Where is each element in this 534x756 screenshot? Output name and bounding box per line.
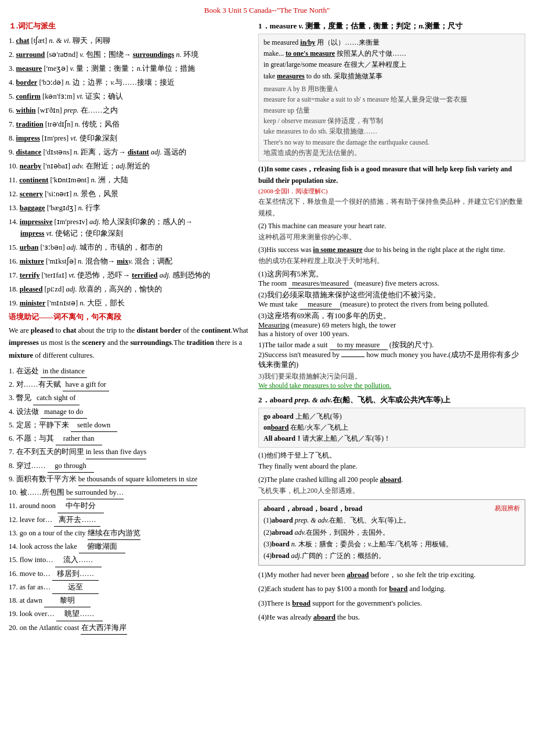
word-entry-aboard: 2．aboard prep. & adv.在(船、飞机、火车或公共汽车等)上 g… (258, 395, 525, 624)
sentence-2: (2)Each student has to pay $100 a month … (258, 582, 525, 596)
phrase-list: 1. 在远处 in the distance 2. 对……有天赋 have a … (9, 365, 252, 635)
aboard-usage-box: go aboard 上船／飞机(等) onboard 在船/火车／飞机上 All… (258, 408, 525, 448)
vocab-word: chat (16, 37, 30, 45)
vocab-item-5: 5. confirm [kən'fɜːm] vt. 证实；确认 (9, 91, 252, 102)
confusion-box: aboard，abroad，board，broad 易混辨析 (1)aboard… (258, 499, 525, 566)
word2-title: 2．aboard prep. & adv.在(船、飞机、火车或公共汽车等)上 (258, 395, 525, 405)
vocab-item-3: 3. measure ['meʒə] v. 量；测量；衡量；n.计量单位；措施 (9, 63, 252, 74)
measure-usage-box: be measured in/by 用（以）……来衡量 make... to o… (258, 34, 525, 161)
example-3: (3)His success was in some measure due t… (258, 244, 525, 267)
list-item: 4. 设法做 manage to do (9, 406, 252, 419)
sentence-3: (3)There is broad support for the govern… (258, 597, 525, 610)
vocab-item-12: 12. scenery ['siːnərɪ] n. 景色，风景 (9, 188, 252, 200)
list-item: 17. as far as… 远至 (9, 581, 252, 594)
vocab-item-14: 14. impressive [ɪm'presɪv] adj. 给人深刻印象的；… (9, 216, 252, 239)
list-item: 16. move to… 移居到…… (9, 568, 252, 581)
vocab-item-11: 11. continent ['kɒntɪmənt] n. 洲，大陆 (9, 174, 252, 186)
sentence-1: (1)My mother had never been abroad befor… (258, 568, 525, 582)
list-item: 12. leave for… 离开去…… (9, 514, 252, 527)
context-para: We are pleased to chat about the trip to… (9, 325, 252, 362)
example-2: (2) This machine can measure your heart … (258, 221, 525, 243)
aboard-ex2: (2)The plane crashed killing all 200 peo… (258, 474, 525, 496)
vocab-num: 1. (9, 37, 14, 45)
vocab-item-19: 19. minister ['mɪnɪstə] n. 大臣，部长 (9, 297, 252, 309)
word-entry-measure: 1．measure v. 测量，度量；估量，衡量；判定；n.测量；尺寸 be m… (258, 21, 525, 390)
list-item: 20. on the Atlantic coast 在大西洋海岸 (9, 622, 252, 635)
vocab-item-13: 13. baggage ['bægɪdʒ] n. 行李 (9, 202, 252, 214)
vocab-list: 1. chat [tʃæt] n. & vi. 聊天，闲聊 2. surroun… (9, 35, 252, 309)
vocab-item-6: 6. within [wɪ'ðɪn] prep. 在……之内 (9, 105, 252, 116)
list-item: 6. 不愿；与其 rather than (9, 433, 252, 445)
vocab-item-7: 7. tradition [trə'dɪʃn] n. 传统；风俗 (9, 118, 252, 130)
vocab-item-2: 2. surround [sə'raʊnd] v. 包围；围绕→ surroun… (9, 49, 252, 60)
list-item: 18. at dawn 黎明 (9, 595, 252, 607)
vocab-item-1: 1. chat [tʃæt] n. & vi. 聊天，闲聊 (9, 35, 252, 46)
list-item: 3. 瞥见 catch sight of (9, 392, 252, 405)
list-item: 13. go on a tour of the city 继续在市内游览 (9, 527, 252, 540)
list-item: 2. 对……有天赋 have a gift for (9, 379, 252, 391)
sentence-4: (4)He was already aboard the bus. (258, 611, 525, 624)
list-item: 5. 定居；平静下来 settle down (9, 419, 252, 432)
left-column: １.词汇与派生 1. chat [tʃæt] n. & vi. 聊天，闲聊 2.… (9, 21, 252, 635)
list-item: 11. around noon 中午时分 (9, 500, 252, 513)
aboard-ex1: (1)他们终于登上了飞机。 They finally went aboard t… (258, 450, 525, 472)
word1-title: 1．measure v. 测量，度量；估量，衡量；判定；n.测量；尺寸 (258, 21, 525, 31)
example-1: (1)In some cases，releasing fish is a goo… (258, 164, 525, 218)
list-item: 8. 穿过…… go through (9, 460, 252, 473)
vocab-item-17: 17. terrify ['terɪfaɪ] vt. 使恐怖，恐吓→ terri… (9, 269, 252, 281)
vocab-item-18: 18. pleased [piːzd] adj. 欣喜的，高兴的，愉快的 (9, 283, 252, 295)
vocab-item-15: 15. urban ['ɜːbən] adj. 城市的，市镇的，都市的 (9, 242, 252, 253)
list-item: 10. 被……所包围 be surrounded by… (9, 487, 252, 499)
list-item: 9. 面积有数千平方米 be thousands of square kilom… (9, 473, 252, 486)
right-column: 1．measure v. 测量，度量；估量，衡量；判定；n.测量；尺寸 be m… (258, 21, 525, 635)
list-item: 15. flow into… 流入…… (9, 554, 252, 567)
vocab-item-8: 8. impress [ɪm'pres] vt. 使印象深刻 (9, 132, 252, 144)
list-item: 1. 在远处 in the distance (9, 365, 252, 378)
phrase-section-title: 语境助记——词不离句，句不离段 (9, 312, 252, 322)
vocab-item-4: 4. border ['bɔːdə] n. 边；边界；v.与……接壤；接近 (9, 77, 252, 88)
page-header: Book 3 Unit 5 Canada--"The True North" (9, 6, 525, 15)
vocab-item-9: 9. distance ['dɪstəns] n. 距离，远方→ distant… (9, 146, 252, 158)
list-item: 7. 在不到五天的时间里 in less than five days (9, 446, 252, 459)
list-item: 14. look across the lake 俯瞰湖面 (9, 541, 252, 553)
vocab-item-10: 10. nearby ['nɪəbaɪ] adv. 在附近；adj.附近的 (9, 160, 252, 172)
list-item: 19. look over… 眺望…… (9, 608, 252, 621)
section1-title: １.词汇与派生 (9, 21, 252, 31)
vocab-item-16: 16. mixture ['mɪkstʃə] n. 混合物→ mixv. 混合；… (9, 255, 252, 267)
